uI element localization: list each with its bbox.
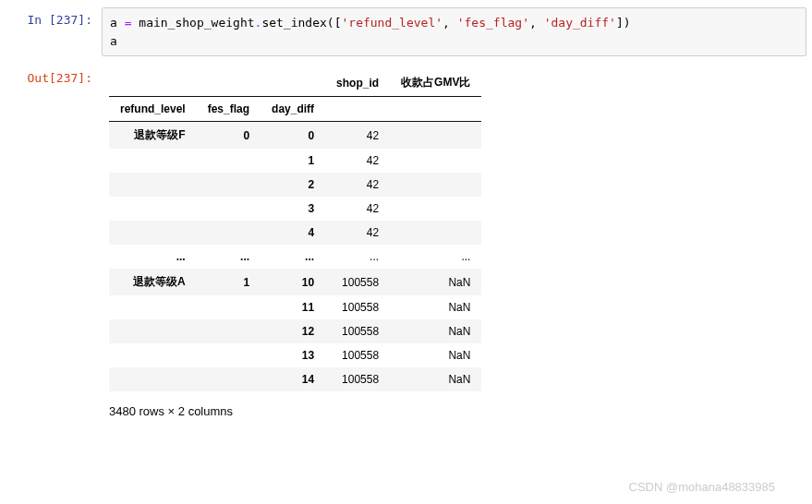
output-cell: Out[237]: shop_id 收款占GMV比 refund_level f… — [0, 66, 812, 426]
table-row: 12100558NaN — [109, 319, 481, 343]
table-row: 14100558NaN — [109, 367, 481, 391]
code-editor[interactable]: a = main_shop_weight.set_index(['refund_… — [102, 7, 806, 56]
dataframe-body: 退款等级F0042 142 242 342 442 ..............… — [109, 122, 481, 392]
code-line-1: a = main_shop_weight.set_index(['refund_… — [110, 14, 798, 32]
table-row: 退款等级A110100558NaN — [109, 269, 481, 295]
idx-fes-flag: fes_flag — [197, 97, 261, 122]
input-cell: In [237]: a = main_shop_weight.set_index… — [0, 7, 812, 56]
input-prompt: In [237]: — [0, 7, 102, 27]
index-names-row: refund_level fes_flag day_diff — [109, 97, 481, 122]
idx-refund-level: refund_level — [109, 97, 197, 122]
column-header-row: shop_id 收款占GMV比 — [109, 69, 481, 97]
table-row: 13100558NaN — [109, 343, 481, 367]
table-row: 442 — [109, 221, 481, 245]
table-row: 342 — [109, 197, 481, 221]
output-prompt: Out[237]: — [0, 66, 102, 85]
table-row-ellipsis: ............... — [109, 245, 481, 269]
idx-day-diff: day_diff — [261, 97, 325, 122]
col-gmv: 收款占GMV比 — [390, 69, 481, 97]
dataframe-summary: 3480 rows × 2 columns — [109, 401, 805, 426]
table-row: 142 — [109, 149, 481, 173]
table-row: 退款等级F0042 — [109, 122, 481, 150]
output-area: shop_id 收款占GMV比 refund_level fes_flag da… — [102, 66, 812, 426]
table-row: 242 — [109, 173, 481, 197]
dataframe-table: shop_id 收款占GMV比 refund_level fes_flag da… — [109, 69, 481, 391]
col-shop-id: shop_id — [325, 69, 390, 97]
code-line-2: a — [110, 32, 798, 51]
table-row: 11100558NaN — [109, 295, 481, 319]
